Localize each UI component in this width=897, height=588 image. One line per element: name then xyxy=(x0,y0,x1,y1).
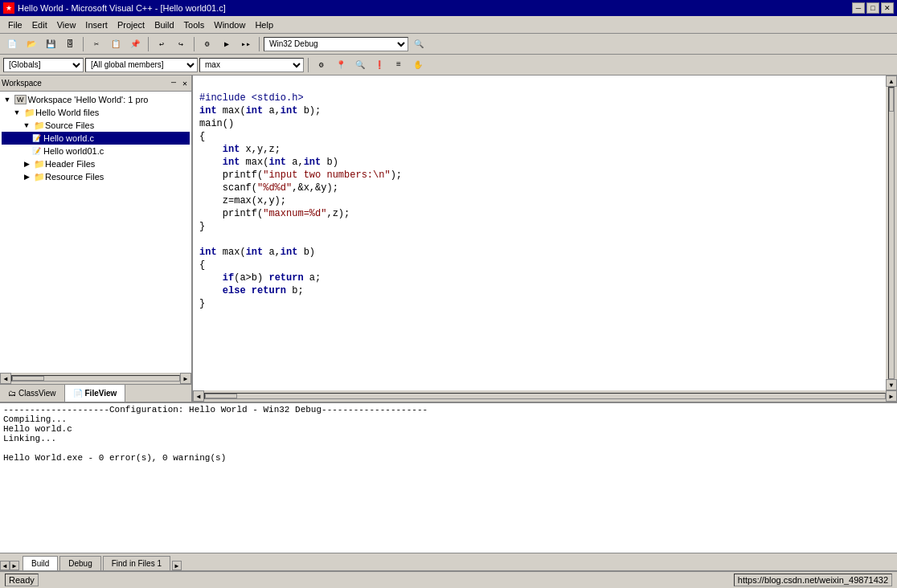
code-line-17: } xyxy=(199,298,205,309)
maximize-button[interactable]: □ xyxy=(866,2,879,14)
ehscroll-track[interactable] xyxy=(204,393,886,399)
hello-world01-c-label: Hello world01.c xyxy=(43,146,104,156)
editor-vscrollbar[interactable]: ▲ ▼ xyxy=(886,76,897,390)
workspace-label: Workspace 'Hello World': 1 pro xyxy=(28,95,149,104)
output-line-3: Hello world.c xyxy=(3,424,894,434)
tree-hello-world-c[interactable]: 📝 Hello world.c xyxy=(2,132,190,145)
code-line-9: z=max(x,y); xyxy=(199,195,286,206)
paste-button[interactable]: 📌 xyxy=(126,36,144,52)
members-combo[interactable]: [All global members] xyxy=(85,58,198,72)
ws-minimize-btn[interactable]: ─ xyxy=(169,78,178,89)
vscroll-thumb[interactable] xyxy=(889,88,894,112)
find-files-tab[interactable]: Find in Files 1 xyxy=(103,556,170,570)
list-button[interactable]: ≡ xyxy=(390,57,408,73)
menu-window[interactable]: Window xyxy=(209,18,250,31)
menu-view[interactable]: View xyxy=(52,18,81,31)
debug-button[interactable]: ▸▸ xyxy=(237,36,255,52)
tree-hello-world-files[interactable]: ▼ 📁 Hello World files xyxy=(2,106,190,119)
toolbar-secondary: [Globals] [All global members] max ⚙ 📍 🔍… xyxy=(0,55,897,76)
build-tab-label: Build xyxy=(31,559,49,568)
find2-button[interactable]: 🔍 xyxy=(351,57,369,73)
menu-help[interactable]: Help xyxy=(250,18,278,31)
ehscroll-thumb[interactable] xyxy=(205,394,237,398)
debug-tab[interactable]: Debug xyxy=(59,556,100,570)
ehscroll-left-btn[interactable]: ◀ xyxy=(193,390,204,402)
hello-world-c-label: Hello world.c xyxy=(43,133,94,143)
compile-button[interactable]: ⚙ xyxy=(199,36,216,52)
open-button[interactable]: 📂 xyxy=(23,36,40,52)
hscroll-left-btn[interactable]: ◀ xyxy=(0,373,11,384)
code-line-11: } xyxy=(199,221,205,232)
code-line-6: int max(int a,int b) xyxy=(199,157,338,168)
vscroll-track[interactable] xyxy=(888,87,895,379)
menu-tools[interactable]: Tools xyxy=(179,18,210,31)
menu-insert[interactable]: Insert xyxy=(80,18,113,31)
workspace-panel: Workspace ─ ✕ ▼ W Workspace 'Hello World… xyxy=(0,76,193,402)
menu-bar: File Edit View Insert Project Build Tool… xyxy=(0,16,897,34)
redo-button[interactable]: ↪ xyxy=(172,36,190,52)
hello-world-files-label: Hello World files xyxy=(35,108,99,117)
save-all-button[interactable]: 🗄 xyxy=(61,36,79,52)
excl-button[interactable]: ❗ xyxy=(371,57,388,73)
menu-file[interactable]: File xyxy=(3,18,27,31)
output-line-5 xyxy=(3,443,894,453)
expand-icon-5: ▶ xyxy=(21,171,32,182)
output-tab-next[interactable]: ▶ xyxy=(10,561,19,570)
app-icon: ★ xyxy=(3,2,14,14)
vscroll-down-btn[interactable]: ▼ xyxy=(886,379,897,390)
build-tab[interactable]: Build xyxy=(23,556,58,570)
minimize-button[interactable]: ─ xyxy=(852,2,865,14)
editor-hscrollbar[interactable]: ◀ ▶ xyxy=(193,390,897,402)
title-bar: ★ Hello World - Microsoft Visual C++ - [… xyxy=(0,0,897,16)
undo-button[interactable]: ↩ xyxy=(153,36,170,52)
menu-project[interactable]: Project xyxy=(113,18,150,31)
hscroll-right-btn[interactable]: ▶ xyxy=(180,373,191,384)
symbol-combo[interactable]: max xyxy=(199,58,304,72)
status-url: https://blog.csdn.net/weixin_49871432 xyxy=(734,574,892,586)
workspace-tree: ▼ W Workspace 'Hello World': 1 pro ▼ 📁 H… xyxy=(0,92,191,373)
find-button[interactable]: 🔍 xyxy=(410,36,428,52)
output-tab-prev[interactable]: ◀ xyxy=(0,561,10,570)
code-editor[interactable]: #include <stdio.h> int max(int a,int b);… xyxy=(193,76,886,390)
fileview-tab[interactable]: 📄 FileView xyxy=(65,385,126,402)
hand-button[interactable]: ✋ xyxy=(409,57,427,73)
properties-button[interactable]: ⚙ xyxy=(313,57,330,73)
tree-source-files[interactable]: ▼ 📁 Source Files xyxy=(2,119,190,132)
expand-icon-2: ▼ xyxy=(11,107,23,118)
new-button[interactable]: 📄 xyxy=(3,36,21,52)
ws-close-btn[interactable]: ✕ xyxy=(180,78,190,89)
debug-tab-label: Debug xyxy=(68,559,92,568)
output-tab-more[interactable]: ▶ xyxy=(172,561,182,570)
tree-header-files[interactable]: ▶ 📁 Header Files xyxy=(2,157,190,170)
cut-button[interactable]: ✂ xyxy=(88,36,105,52)
menu-edit[interactable]: Edit xyxy=(27,18,52,31)
folder-icon-3: 📁 xyxy=(34,159,45,169)
code-line-10: printf("maxnum=%d",z); xyxy=(199,208,350,219)
code-line-16: else return b; xyxy=(199,285,304,296)
hscroll-thumb[interactable] xyxy=(12,376,44,381)
goto-button[interactable]: 📍 xyxy=(332,57,350,73)
workspace-hscrollbar[interactable]: ◀ ▶ xyxy=(0,373,191,384)
folder-icon-1: 📁 xyxy=(24,108,35,118)
ehscroll-right-btn[interactable]: ▶ xyxy=(886,390,897,402)
build-config-combo[interactable]: Win32 Debug Win32 Release xyxy=(264,37,408,51)
status-url-text: https://blog.csdn.net/weixin_49871432 xyxy=(738,575,888,585)
save-button[interactable]: 💾 xyxy=(42,36,59,52)
tree-hello-world01-c[interactable]: 📝 Hello world01.c xyxy=(2,145,190,157)
tree-resource-files[interactable]: ▶ 📁 Resource Files xyxy=(2,170,190,183)
close-button[interactable]: ✕ xyxy=(881,2,894,14)
header-files-label: Header Files xyxy=(45,159,95,169)
classview-icon: 🗂 xyxy=(8,389,16,398)
tree-workspace-root[interactable]: ▼ W Workspace 'Hello World': 1 pro xyxy=(2,93,190,106)
hscroll-track[interactable] xyxy=(11,375,180,382)
workspace-icon: W xyxy=(14,95,27,104)
classview-tab[interactable]: 🗂 ClassView xyxy=(0,385,65,402)
resource-files-label: Resource Files xyxy=(45,172,104,182)
output-line-2: Compiling... xyxy=(3,414,894,424)
menu-build[interactable]: Build xyxy=(150,18,178,31)
vscroll-up-btn[interactable]: ▲ xyxy=(886,76,897,87)
copy-button[interactable]: 📋 xyxy=(107,36,125,52)
scope-combo[interactable]: [Globals] xyxy=(3,58,84,72)
fileview-icon: 📄 xyxy=(73,389,83,398)
run-button[interactable]: ▶ xyxy=(218,36,236,52)
